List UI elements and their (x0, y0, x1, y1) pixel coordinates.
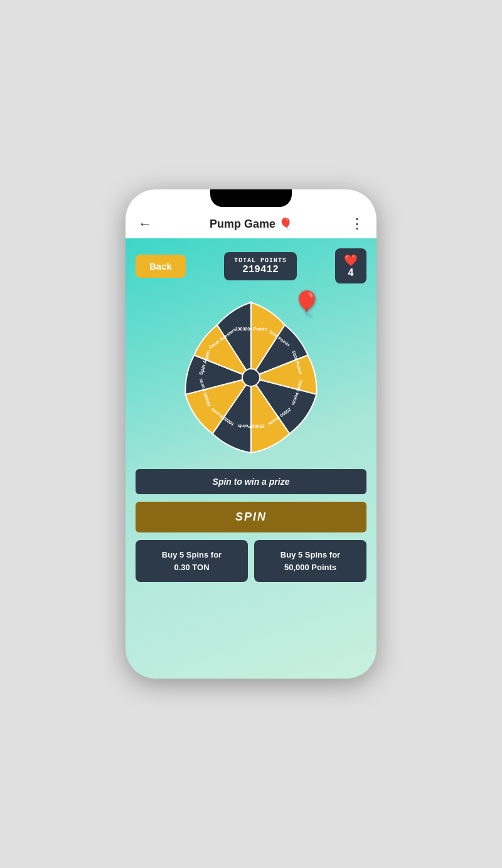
spin-info-bar: Spin to win a prize (136, 469, 366, 494)
points-value: 219412 (234, 264, 287, 275)
svg-point-10 (242, 369, 260, 386)
game-content: Back TOTAL POINTS 219412 ❤️ 4 (125, 238, 376, 679)
phone-notch (210, 189, 292, 207)
spin-wheel[interactable]: Spin Again Reset Boosters 1000000 Points… (169, 296, 333, 459)
phone-frame: ← Pump Game 🎈 ⋮ Back TOTAL POINTS 219412… (125, 189, 376, 679)
header-row: Back TOTAL POINTS 219412 ❤️ 4 (136, 248, 366, 283)
back-button[interactable]: Back (136, 255, 186, 278)
svg-text:25000 Points: 25000 Points (237, 424, 264, 428)
menu-icon[interactable]: ⋮ (350, 216, 364, 232)
points-label: TOTAL POINTS (234, 257, 287, 264)
wheel-svg: Spin Again Reset Boosters 1000000 Points… (169, 296, 333, 459)
svg-text:1000000 Points: 1000000 Points (235, 327, 267, 331)
top-nav: ← Pump Game 🎈 ⋮ (125, 209, 376, 238)
hearts-badge: ❤️ 4 (335, 248, 366, 283)
buy-points-button[interactable]: Buy 5 Spins for50,000 Points (254, 540, 366, 582)
heart-icon: ❤️ (344, 254, 358, 267)
buy-ton-button[interactable]: Buy 5 Spins for0.30 TON (136, 540, 248, 582)
heart-count: 4 (343, 267, 359, 278)
points-badge: TOTAL POINTS 219412 (224, 252, 297, 280)
page-title: Pump Game 🎈 (210, 217, 292, 231)
buy-row: Buy 5 Spins for0.30 TON Buy 5 Spins for5… (136, 540, 366, 582)
spin-button[interactable]: SPIN (136, 502, 366, 532)
back-nav-icon[interactable]: ← (138, 216, 152, 232)
